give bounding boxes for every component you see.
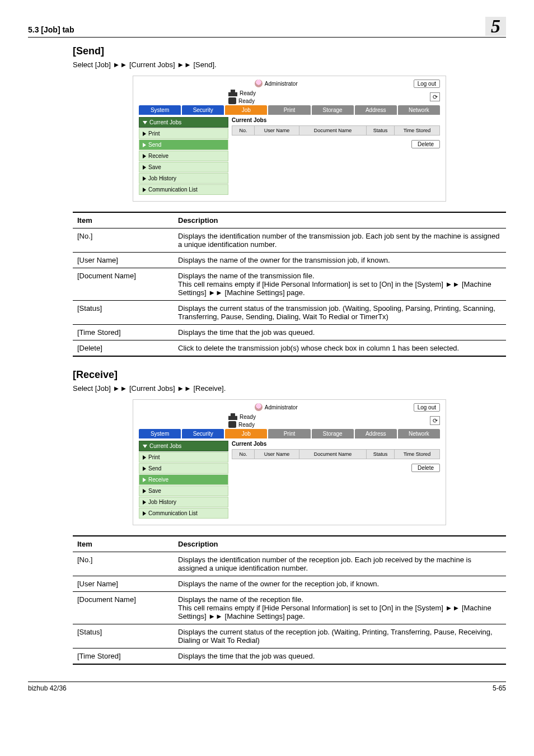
sidebar-current-jobs[interactable]: Current Jobs — [139, 117, 228, 128]
table-row: [No.]Displays the identification number … — [73, 552, 506, 576]
chevron-right-icon — [143, 511, 146, 516]
desc-cell: Click to delete the transmission job(s) … — [174, 340, 506, 357]
refresh-button[interactable]: ⟳ — [430, 92, 440, 101]
chapter-number: 5 — [485, 17, 506, 36]
tab-storage[interactable]: Storage — [312, 429, 354, 438]
desc-cell: Displays the current status of the trans… — [174, 301, 506, 325]
col-user: User Name — [255, 450, 299, 459]
tab-job[interactable]: Job — [225, 429, 267, 438]
chevron-right-icon — [143, 455, 146, 460]
chevron-right-icon — [143, 466, 146, 471]
receive-th-item: Item — [73, 536, 174, 552]
send-heading: [Send] — [73, 45, 506, 57]
receive-instruction: Select [Job] ►► [Current Jobs] ►► [Recei… — [73, 384, 506, 393]
ready-label-2: Ready — [238, 422, 255, 428]
item-cell: [No.] — [73, 228, 174, 253]
receive-heading: [Receive] — [73, 369, 506, 381]
sidebar-item-send[interactable]: Send — [139, 463, 228, 474]
chevron-right-icon — [143, 478, 146, 482]
admin-label: Administrator — [265, 404, 298, 410]
tab-print[interactable]: Print — [268, 429, 310, 438]
delete-button[interactable]: Delete — [411, 464, 440, 472]
tab-address[interactable]: Address — [355, 105, 397, 115]
chevron-right-icon — [143, 489, 146, 493]
receive-screenshot: Administrator Log out Ready Ready ⟳ Syst… — [133, 399, 446, 525]
desc-cell: Displays the time that the job was queue… — [174, 325, 506, 340]
table-row: [Time Stored]Displays the time that the … — [73, 325, 506, 340]
sidebar-item-save[interactable]: Save — [139, 162, 228, 172]
table-row: [Time Stored]Displays the time that the … — [73, 648, 506, 665]
logout-button[interactable]: Log out — [414, 403, 440, 412]
col-time: Time Stored — [395, 126, 439, 135]
admin-label: Administrator — [265, 81, 298, 87]
tab-network[interactable]: Network — [398, 429, 440, 438]
sidebar-item-history[interactable]: Job History — [139, 173, 228, 184]
tab-address[interactable]: Address — [355, 429, 397, 438]
receive-th-desc: Description — [174, 536, 506, 552]
item-cell: [Time Stored] — [73, 648, 174, 665]
col-user: User Name — [255, 126, 299, 135]
sidebar-item-print[interactable]: Print — [139, 128, 228, 139]
item-cell: [No.] — [73, 552, 174, 576]
desc-cell: Displays the identification number of th… — [174, 228, 506, 253]
sidebar-item-send[interactable]: Send — [139, 139, 228, 150]
item-cell: [Document Name] — [73, 268, 174, 301]
sidebar-item-receive[interactable]: Receive — [139, 474, 228, 485]
sidebar-item-history[interactable]: Job History — [139, 497, 228, 507]
grid-header: No. User Name Document Name Status Time … — [232, 449, 440, 459]
delete-button[interactable]: Delete — [411, 140, 440, 148]
desc-cell: Displays the time that the job was queue… — [174, 648, 506, 665]
send-th-desc: Description — [174, 212, 506, 228]
refresh-button[interactable]: ⟳ — [430, 416, 440, 425]
footer-page: 5-65 — [493, 684, 506, 692]
sidebar-item-comm[interactable]: Communication List — [139, 508, 228, 519]
send-instruction: Select [Job] ►► [Current Jobs] ►► [Send]… — [73, 60, 506, 69]
tab-print[interactable]: Print — [268, 105, 310, 115]
tab-storage[interactable]: Storage — [312, 105, 354, 115]
table-row: [Delete]Click to delete the transmission… — [73, 340, 506, 357]
ready-label-1: Ready — [240, 414, 256, 420]
desc-cell: Displays the current status of the recep… — [174, 624, 506, 648]
tab-security[interactable]: Security — [182, 105, 224, 115]
col-doc: Document Name — [299, 450, 367, 459]
tab-system[interactable]: System — [139, 105, 181, 115]
logout-button[interactable]: Log out — [414, 80, 440, 88]
item-cell: [Time Stored] — [73, 325, 174, 340]
chevron-right-icon — [143, 154, 146, 158]
col-no: No. — [232, 126, 255, 135]
tab-system[interactable]: System — [139, 429, 181, 438]
desc-cell: Displays the name of the owner for the t… — [174, 253, 506, 268]
sidebar-item-print[interactable]: Print — [139, 452, 228, 463]
grid-header: No. User Name Document Name Status Time … — [232, 125, 440, 136]
table-row: [Document Name]Displays the name of the … — [73, 268, 506, 301]
header-section-label: 5.3 [Job] tab — [28, 25, 74, 34]
item-cell: [Document Name] — [73, 592, 174, 624]
table-row: [User Name]Displays the name of the owne… — [73, 253, 506, 268]
tab-security[interactable]: Security — [182, 429, 224, 438]
chevron-right-icon — [143, 188, 146, 192]
printer-icon — [228, 413, 237, 420]
sidebar-item-comm[interactable]: Communication List — [139, 184, 228, 195]
table-row: [Document Name]Displays the name of the … — [73, 592, 506, 624]
receive-table: Item Description [No.]Displays the ident… — [73, 535, 506, 665]
chevron-down-icon — [143, 121, 147, 124]
item-cell: [User Name] — [73, 576, 174, 592]
desc-cell: Displays the name of the reception file.… — [174, 592, 506, 624]
sidebar-item-save[interactable]: Save — [139, 486, 228, 496]
tab-job[interactable]: Job — [225, 105, 267, 115]
table-row: [Status]Displays the current status of t… — [73, 301, 506, 325]
desc-cell: Displays the name of the transmission fi… — [174, 268, 506, 301]
sidebar-item-receive[interactable]: Receive — [139, 151, 228, 161]
col-status: Status — [367, 450, 395, 459]
sidebar-current-jobs[interactable]: Current Jobs — [139, 441, 228, 451]
printer-icon — [228, 90, 237, 96]
chevron-right-icon — [143, 132, 146, 136]
item-cell: [Delete] — [73, 340, 174, 357]
ready-label-1: Ready — [240, 90, 256, 96]
col-time: Time Stored — [395, 450, 439, 459]
tab-network[interactable]: Network — [398, 105, 440, 115]
col-no: No. — [232, 450, 255, 459]
col-status: Status — [367, 126, 395, 135]
table-row: [No.]Displays the identification number … — [73, 228, 506, 253]
admin-icon — [255, 80, 263, 87]
